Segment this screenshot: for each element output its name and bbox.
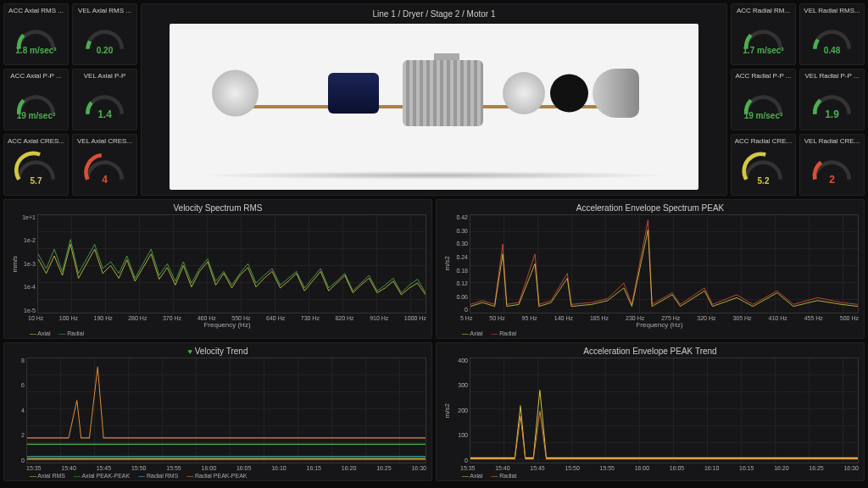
y-axis-label: m/s2 [442,358,453,464]
gauge-value: 0.48 [809,46,855,55]
y-ticks: 86420 [9,358,26,464]
gauge-title: VEL Radial RMS... [800,4,864,14]
gauge-col-left-b: VEL Axial RMS ... 0.20 VEL Axial P-P 1.4… [72,3,137,196]
chart-title: Acceleration Envelope Spectrum PEAK [442,203,859,213]
gauge-icon: 19 m/sec² [13,81,59,124]
chart-body: m/s2 0.420.360.300.240.180.120.060 [442,214,859,313]
gauge-value: 0.20 [81,46,128,55]
legend-item[interactable]: Axial [462,330,483,336]
gauge-value: 5.7 [13,176,59,186]
gauge-col-right-b: VEL Radial RMS... 0.48 VEL Radial P-P ..… [799,3,865,196]
chart-body: m/s2 4003002001000 [442,358,859,464]
gauge-title: ACC Axial RMS ... [4,4,68,14]
legend-item[interactable]: Radial [492,330,517,336]
legend: Axial Radial [442,471,859,479]
legend-item[interactable]: Radial [59,330,85,336]
motor-exploded-image [170,24,698,190]
gauge-value: 19 m/sec² [13,111,59,120]
top-row: ACC Axial RMS ... 1.8 m/sec² ACC Axial P… [0,0,868,199]
chart-accel-spectrum[interactable]: Acceleration Envelope Spectrum PEAK m/s2… [436,199,865,339]
gauge-title: VEL Radial CRE... [800,135,864,145]
legend-item[interactable]: Axial [30,330,51,336]
gauge-vel-axial-pp[interactable]: VEL Axial P-P 1.4 [72,69,137,130]
gauge-value: 1.8 m/sec² [13,46,59,55]
x-ticks: 10 Hz100 Hz190 Hz280 Hz370 Hz460 Hz550 H… [9,313,426,321]
gauge-title: VEL Axial P-P [73,69,136,80]
gauge-col-right-a: ACC Radial RM... 1.7 m/sec² ACC Radial P… [731,3,796,196]
plot-area[interactable] [470,214,859,313]
chart-title: ♥ Velocity Trend [9,347,426,356]
legend: Axial Radial [442,329,859,336]
x-axis-label: Frequency (Hz) [442,321,859,329]
legend-item[interactable]: Radial [492,473,517,479]
gauge-title: ACC Radial CRE... [732,135,795,145]
gauge-title: VEL Axial RMS ... [73,4,136,14]
gauge-icon: 19 m/sec² [740,81,787,124]
gauge-icon: 1.7 m/sec² [740,16,787,58]
plot-area[interactable] [26,358,426,464]
gauge-value: 5.2 [740,176,787,186]
y-ticks: 4003002001000 [453,358,470,464]
gauge-acc-axial-crest[interactable]: ACC Axial CRES... 5.7 [3,134,69,196]
y-axis-label: m/s2 [442,214,453,313]
gauge-vel-axial-rms[interactable]: VEL Axial RMS ... 0.20 [72,3,137,65]
gauge-icon: 0.20 [81,16,128,58]
gauge-value: 19 m/sec² [740,111,787,120]
x-ticks: 5 Hz50 Hz95 Hz140 Hz185 Hz230 Hz275 Hz32… [442,313,859,321]
chart-body: mm/s 1e+11e-21e-31e-41e-5 [9,214,426,313]
y-ticks: 0.420.360.300.240.180.120.060 [453,214,470,313]
gauge-vel-axial-crest[interactable]: VEL Axial CRES... 4 [72,134,137,196]
legend: Axial Radial [9,329,426,336]
gauge-icon: 1.8 m/sec² [13,16,59,58]
gauge-value: 1.7 m/sec² [740,46,787,55]
legend-item[interactable]: Axial [462,473,483,479]
gauge-icon: 5.7 [13,147,59,189]
legend: Axial RMS Axial PEAK-PEAK Radial RMS Rad… [9,471,426,479]
plot-area[interactable] [37,214,426,313]
legend-item[interactable]: Axial PEAK-PEAK [74,473,130,479]
gauge-title: VEL Radial P-P ... [800,69,864,80]
gauge-icon: 5.2 [740,147,787,189]
chart-title: Acceleration Envelope PEAK Trend [442,347,859,356]
plot-area[interactable] [470,358,859,464]
gauge-icon: 4 [81,147,128,189]
gauge-value: 1.4 [81,108,128,120]
chart-velocity-trend[interactable]: ♥ Velocity Trend 86420 15:3515:4015:4515… [3,342,432,482]
x-axis-label: Frequency (Hz) [9,321,426,329]
chart-grid: Velocity Spectrum RMS mm/s 1e+11e-21e-31… [0,199,868,485]
gauge-title: ACC Radial RM... [732,4,795,14]
x-ticks: 15:3515:4015:4515:5015:5516:0016:0516:10… [442,463,859,471]
chart-accel-trend[interactable]: Acceleration Envelope PEAK Trend m/s2 40… [436,342,865,482]
gauge-value: 4 [81,174,128,186]
y-ticks: 1e+11e-21e-31e-41e-5 [20,214,37,313]
gauge-acc-radial-crest[interactable]: ACC Radial CRE... 5.2 [731,134,796,196]
gauge-vel-radial-rms[interactable]: VEL Radial RMS... 0.48 [799,3,865,65]
legend-item[interactable]: Radial PEAK-PEAK [186,473,247,479]
heart-icon: ♥ [188,347,192,356]
y-axis-label: mm/s [9,214,20,313]
gauge-vel-radial-crest[interactable]: VEL Radial CRE... 2 [799,134,865,196]
gauge-title: VEL Axial CRES... [73,135,136,145]
gauge-acc-radial-rms[interactable]: ACC Radial RM... 1.7 m/sec² [731,3,796,65]
asset-panel: Line 1 / Dryer / Stage 2 / Motor 1 [141,3,727,196]
gauge-title: ACC Axial P-P ... [4,69,68,80]
gauge-icon: 0.48 [809,16,855,58]
gauge-icon: 2 [809,147,855,189]
gauge-icon: 1.9 [809,81,855,124]
gauge-title: ACC Radial P-P ... [732,69,795,80]
gauge-value: 2 [809,174,855,186]
legend-item[interactable]: Axial RMS [30,473,65,479]
gauge-acc-axial-pp[interactable]: ACC Axial P-P ... 19 m/sec² [3,69,69,130]
gauge-acc-radial-pp[interactable]: ACC Radial P-P ... 19 m/sec² [731,69,796,130]
chart-title: Velocity Spectrum RMS [9,203,426,213]
gauge-value: 1.9 [809,108,855,120]
gauge-icon: 1.4 [81,81,128,124]
legend-item[interactable]: Radial RMS [138,473,178,479]
gauge-vel-radial-pp[interactable]: VEL Radial P-P ... 1.9 [799,69,865,130]
gauge-title: ACC Axial CRES... [4,135,68,145]
gauge-acc-axial-rms[interactable]: ACC Axial RMS ... 1.8 m/sec² [3,3,69,65]
gauge-col-left-a: ACC Axial RMS ... 1.8 m/sec² ACC Axial P… [3,3,69,196]
chart-body: 86420 [9,358,426,464]
breadcrumb[interactable]: Line 1 / Dryer / Stage 2 / Motor 1 [372,9,495,19]
chart-velocity-spectrum[interactable]: Velocity Spectrum RMS mm/s 1e+11e-21e-31… [3,199,432,339]
